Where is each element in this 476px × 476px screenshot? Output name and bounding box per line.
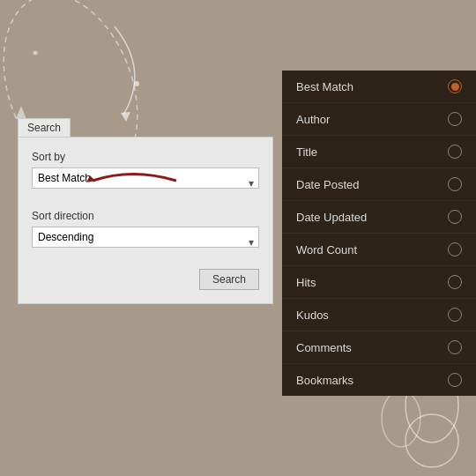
sort-by-wrapper: Best Match Author Title Date Posted Date…	[32, 167, 259, 199]
svg-marker-1	[121, 112, 130, 122]
sort-option-label: Comments	[296, 341, 352, 354]
sort-option-item-kudos[interactable]: Kudos	[282, 299, 476, 331]
search-panel: Search Sort by Best Match Author Title D…	[18, 137, 273, 304]
sort-option-label: Word Count	[296, 243, 357, 257]
svg-point-7	[405, 414, 458, 467]
radio-circle	[448, 145, 462, 159]
sort-option-label: Hits	[296, 276, 316, 289]
sort-options-panel: Best MatchAuthorTitleDate PostedDate Upd…	[282, 71, 476, 396]
sort-option-item-word-count[interactable]: Word Count	[282, 234, 476, 266]
sort-option-label: Date Posted	[296, 178, 360, 191]
radio-circle	[448, 242, 462, 257]
radio-circle	[448, 177, 462, 191]
search-panel-tab[interactable]: Search	[18, 118, 71, 137]
sort-option-item-best-match[interactable]: Best Match	[282, 71, 476, 103]
sort-by-select[interactable]: Best Match Author Title Date Posted Date…	[32, 167, 259, 189]
radio-circle	[448, 79, 462, 93]
radio-circle	[448, 275, 462, 289]
sort-option-label: Title	[296, 145, 317, 159]
radio-circle	[448, 210, 462, 224]
sort-by-label: Sort by	[32, 151, 65, 163]
radio-circle	[448, 340, 462, 354]
radio-circle	[448, 373, 462, 387]
sort-option-label: Kudos	[296, 309, 329, 322]
sort-option-label: Best Match	[296, 80, 353, 93]
radio-circle	[448, 112, 462, 126]
sort-option-label: Bookmarks	[296, 374, 353, 387]
sort-option-item-date-posted[interactable]: Date Posted	[282, 168, 476, 201]
svg-point-8	[382, 390, 420, 447]
svg-point-4	[33, 51, 38, 56]
sort-option-item-title[interactable]: Title	[282, 136, 476, 168]
sort-option-item-date-updated[interactable]: Date Updated	[282, 201, 476, 234]
sort-option-label: Author	[296, 113, 330, 126]
sort-option-item-hits[interactable]: Hits	[282, 266, 476, 299]
svg-marker-2	[16, 106, 26, 119]
sort-option-label: Date Updated	[296, 211, 367, 224]
sort-option-item-bookmarks[interactable]: Bookmarks	[282, 364, 476, 396]
sort-option-item-comments[interactable]: Comments	[282, 331, 476, 364]
sort-direction-wrapper: Descending Ascending	[32, 227, 259, 258]
search-button[interactable]: Search	[199, 269, 259, 290]
radio-circle	[448, 308, 462, 322]
sort-direction-label: Sort direction	[32, 210, 259, 222]
sort-direction-select[interactable]: Descending Ascending	[32, 227, 259, 248]
svg-point-3	[134, 81, 139, 86]
search-button-row: Search	[32, 269, 259, 290]
sort-option-item-author[interactable]: Author	[282, 103, 476, 136]
